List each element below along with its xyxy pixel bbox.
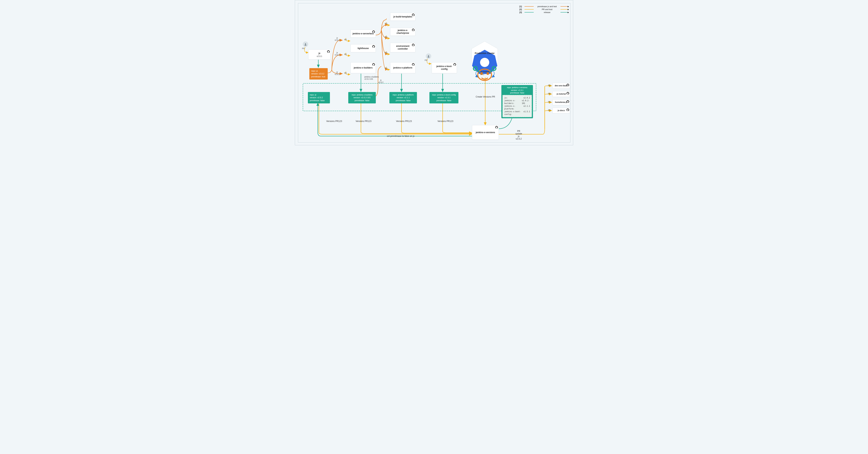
versions-title: jenkins-x-versions [476,131,495,134]
jx-label-1: jx v2.0.2 [335,37,340,41]
legend-row-2: [2] PR and test [519,8,568,10]
actor-icon [303,41,308,47]
jxtutorial-title: jx-tutorial [557,93,566,95]
pr-builders: PR [344,72,347,74]
homebrew-title: homebrew-jx [555,101,567,103]
box-homebrew: homebrew-jx [552,99,570,105]
lighthouse-title: lighthouse [358,47,369,50]
serverless-title: jenkins-x-serverless [352,32,374,35]
versions-card: repo: jenkins-x-versions version: v1.5.1… [501,85,533,118]
legend-idx-2: [2] [519,8,525,10]
schedule-cron: 0 12 * * * [480,73,488,75]
pr-update-jx-label: PR update jx v2.0.2 [515,130,522,140]
prow-title: jenkins-x-charts/prow [392,29,414,34]
jx-title: jx [318,52,320,55]
legend-idx-3: [3] [519,11,525,13]
jxdocs-title: jx-docs [558,109,565,112]
legend-label-3: release [535,11,559,13]
platform-title: jenkins-x-platform [393,66,412,69]
svg-point-1 [428,55,429,56]
github-icon [372,63,375,66]
github-icon [566,100,569,103]
box-versions: jenkins-x-versions [472,125,499,140]
legend-idx-1: [1] [519,5,525,7]
diagram-canvas: [1] prerelease jx and test [2] PR and te… [295,0,573,145]
pr-devenvbase: PR [548,85,551,87]
box-lighthouse: lighthouse [350,44,376,52]
legend-row-1: [1] prerelease jx and test [519,5,568,7]
github-icon [454,63,456,66]
envctrl-l1: environment [396,45,409,48]
legend-arrow-1 [560,6,568,7]
orange-repo: repo: jx [311,70,326,72]
legend-row-3: [3] release [519,11,568,13]
pr-prow: PR [385,36,388,38]
legend-arrow-2 [560,9,568,9]
box-serverless: jenkins-x-serverless [350,30,376,38]
orange-version: version: v2.0.2 [311,72,326,75]
set-prerelease-label: set prerelrease to false on jx [387,135,414,138]
cluster-title: Production Cluster [471,52,498,55]
teal-bootconfig: repo: jenkins-x-boot-config version: v1.… [429,92,458,103]
legend-label-2: PR and test [535,8,559,10]
jx-label-2: jx v2.0.2 [335,52,340,56]
orange-release-box: repo: jx version: v2.0.2 prerelease: tru… [309,68,328,80]
buildtemplates-title: jx-build-templates [394,16,412,18]
box-builders: jenkins-x-builders [350,62,376,73]
github-icon [372,45,375,48]
plat-conn-label: jx v2.0.2 [378,79,383,84]
box-devenvbase: dev-env-base [552,83,570,89]
actor-icon-2 [426,54,431,59]
pr-jxtutorial: PR [548,93,551,95]
builders-conn-label: jenkins-x-builders v2.0.2-101 [365,76,379,80]
devenvbase-title: dev-env-base [555,85,568,87]
pr-platform: PR [385,67,388,69]
box-bootconfig: jenkins-x-boot-config [432,62,457,73]
pr-label-2: PR [425,59,427,61]
teal-jx: repo: jx version: v2.0.2 prerelease: fal… [308,92,330,103]
bootconfig-title: jenkins-x-boot-config [433,65,455,70]
legend-label-1: prerelease jx and test [535,5,559,7]
pr-label: PR [302,48,305,50]
github-icon [412,13,414,16]
legend-bar-1 [525,6,534,7]
schedule-label: Schedule [480,70,490,73]
teal-platform: repo: jenkins-x-platform version: v2.1.1… [390,92,417,103]
github-icon [412,44,414,46]
github-icon [495,126,498,128]
versions-pr-4: Versions PR123 [437,120,453,122]
github-icon [327,50,330,53]
create-versions-pr-label: Create Versions PR [476,95,495,98]
box-buildtemplates: jx-build-templates [390,13,415,21]
teal-builders: repo: jenkins-x-builders version: v2.0.2… [348,92,376,103]
envctrl-l2: controller [398,48,408,50]
box-jxdocs: jx-docs [552,108,570,114]
svg-point-0 [305,43,306,44]
pr-buildtemplates: PR [385,23,388,25]
github-icon [412,29,414,31]
orange-pre: prerelease: true [311,75,326,78]
legend-bar-3 [525,12,534,12]
builders-title: jenkins-x-builders [354,66,373,69]
pr-envctrl: PR [385,52,388,54]
versions-pr-1: Versions PR123 [326,120,342,122]
jx-label-3: jx v2.0.2 [335,71,340,75]
pr-homebrew: PR [548,101,551,103]
github-icon [566,109,569,111]
legend-arrow-3 [560,12,568,12]
legend: [1] prerelease jx and test [2] PR and te… [519,5,568,14]
github-icon [372,30,375,33]
legend-bar-2 [525,9,534,9]
production-cluster-hex: Production Cluster [471,40,498,71]
jx-version: v2.0.1 [317,55,322,57]
box-jxtutorial: jx-tutorial [552,91,570,97]
github-icon [566,92,569,95]
versions-pr-3: Versions PR123 [396,120,412,122]
pr-lighthouse: PR [344,54,347,56]
versions-pr-2: Versions PR123 [355,120,371,122]
github-icon [566,84,569,86]
github-icon [412,63,414,66]
box-jx: jx v2.0.1 [308,50,331,60]
box-platform: jenkins-x-platform [390,62,415,73]
pr-serverless: PR [344,39,347,41]
